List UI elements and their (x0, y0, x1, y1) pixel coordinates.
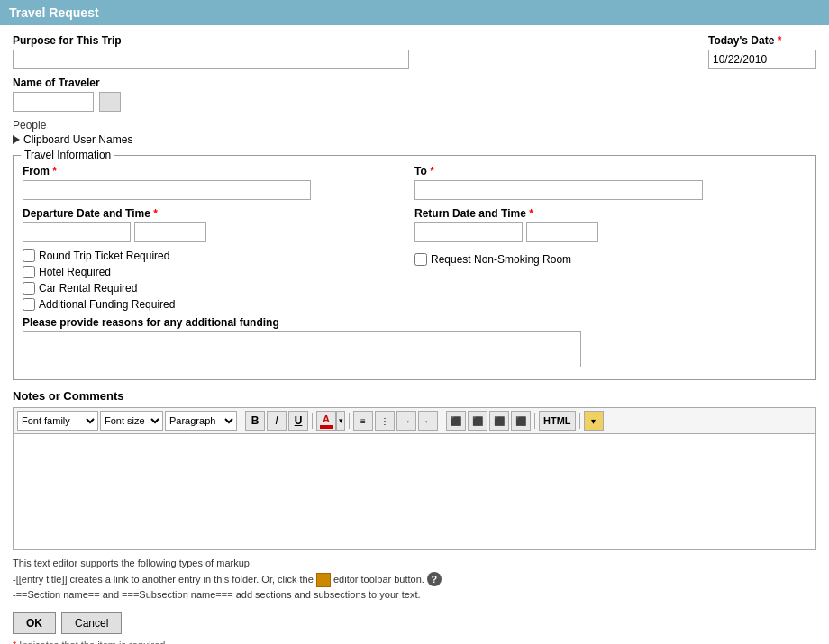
align-left-button[interactable]: ⬛ (446, 411, 466, 431)
required-note-text: Indicates that the item is required (19, 639, 165, 644)
round-trip-checkbox[interactable] (23, 249, 35, 262)
purpose-input[interactable] (13, 50, 409, 69)
travel-info-box: Travel Information From * To * (13, 155, 816, 380)
color-dropdown-arrow[interactable]: ▾ (336, 411, 345, 431)
additional-funding-item: Additional Funding Required (23, 298, 414, 311)
return-label: Return Date and Time * (414, 207, 806, 220)
checkboxes-left: Round Trip Ticket Required Hotel Require… (23, 249, 414, 311)
editor-toolbar: Font family Arial Times New Roman Courie… (13, 407, 816, 433)
required-note: * Indicates that the item is required (13, 639, 816, 644)
separator-4 (442, 413, 442, 429)
clipboard-section[interactable]: Clipboard User Names (13, 133, 816, 146)
expand-toolbar-button[interactable]: ▾ (584, 411, 604, 431)
additional-funding-label: Additional Funding Required (39, 298, 175, 311)
page-container: Travel Request Purpose for This Trip Tod… (0, 0, 829, 644)
unordered-list-button[interactable]: ≡ (353, 411, 373, 431)
html-button[interactable]: HTML (539, 411, 576, 431)
italic-button[interactable]: I (267, 411, 287, 431)
car-rental-item: Car Rental Required (23, 282, 414, 295)
color-a-icon: A (323, 413, 330, 424)
departure-time-input[interactable] (134, 222, 206, 242)
to-label: To * (414, 165, 806, 177)
round-trip-item: Round Trip Ticket Required (23, 249, 414, 262)
markup-info-line3: -==Section name== and ===Subsection name… (13, 587, 816, 603)
paragraph-select[interactable]: Paragraph Heading 1Heading 2Heading 3 (165, 411, 237, 431)
font-family-select[interactable]: Font family Arial Times New Roman Courie… (17, 411, 98, 431)
hotel-label: Hotel Required (39, 266, 111, 278)
underline-button[interactable]: U (288, 411, 308, 431)
return-inputs (414, 222, 806, 242)
traveler-group: Name of Traveler (13, 77, 816, 115)
required-star: * (13, 639, 16, 644)
notes-label: Notes or Comments (13, 389, 816, 403)
ordered-list-button[interactable]: ⋮ (375, 411, 395, 431)
markup-info: This text editor supports the following … (13, 556, 816, 603)
to-input[interactable] (414, 180, 703, 200)
departure-label: Departure Date and Time * (23, 207, 414, 220)
from-input[interactable] (23, 180, 311, 200)
from-label: From * (23, 165, 414, 177)
car-rental-label: Car Rental Required (39, 282, 137, 295)
todays-date-label: Today's Date * (708, 34, 816, 47)
clipboard-label: Clipboard User Names (23, 133, 132, 146)
indent-button[interactable]: → (396, 411, 416, 431)
date-time-row: Departure Date and Time * Return Date an… (23, 207, 806, 242)
link-icon (316, 573, 331, 587)
cancel-button[interactable]: Cancel (61, 612, 122, 634)
departure-date-input[interactable] (23, 222, 131, 242)
ok-button[interactable]: OK (13, 612, 56, 634)
separator-6 (579, 413, 580, 429)
additional-funding-area: Please provide reasons for any additiona… (23, 316, 806, 370)
non-smoking-label: Request Non-Smoking Room (431, 253, 571, 266)
departure-inputs (23, 222, 414, 242)
triangle-icon (13, 135, 20, 144)
help-icon[interactable]: ? (427, 572, 442, 586)
people-label: People (13, 119, 816, 132)
round-trip-label: Round Trip Ticket Required (39, 249, 169, 262)
car-rental-checkbox[interactable] (23, 282, 35, 295)
purpose-label: Purpose for This Trip (13, 34, 672, 47)
traveler-row (13, 92, 816, 112)
outdent-button[interactable]: ← (418, 411, 438, 431)
form-body: Purpose for This Trip Today's Date * Nam… (0, 25, 829, 644)
color-button-group: A ▾ (316, 411, 345, 431)
align-justify-button[interactable]: ⬛ (511, 411, 531, 431)
return-group: Return Date and Time * (414, 207, 806, 242)
return-date-input[interactable] (414, 222, 523, 242)
travel-info-legend: Travel Information (21, 149, 114, 161)
purpose-row: Purpose for This Trip Today's Date * (13, 34, 816, 69)
checkboxes-right: Request Non-Smoking Room (414, 249, 806, 311)
align-right-button[interactable]: ⬛ (489, 411, 509, 431)
hotel-item: Hotel Required (23, 266, 414, 278)
separator-1 (241, 413, 241, 429)
separator-2 (312, 413, 313, 429)
font-color-button[interactable]: A (316, 411, 336, 431)
purpose-group: Purpose for This Trip (13, 34, 672, 69)
non-smoking-checkbox[interactable] (414, 253, 427, 266)
additional-funding-checkbox[interactable] (23, 298, 35, 311)
hotel-checkbox[interactable] (23, 266, 35, 278)
return-time-input[interactable] (526, 222, 598, 242)
from-to-row: From * To * (23, 165, 806, 200)
non-smoking-item: Request Non-Smoking Room (414, 253, 571, 266)
markup-info-line1: This text editor supports the following … (13, 556, 816, 572)
funding-reason-label: Please provide reasons for any additiona… (23, 316, 806, 329)
departure-group: Departure Date and Time * (23, 207, 414, 242)
separator-3 (349, 413, 350, 429)
checkboxes-row: Round Trip Ticket Required Hotel Require… (23, 249, 806, 311)
font-size-select[interactable]: Font size 8101214 (100, 411, 163, 431)
editor-area[interactable] (13, 433, 816, 550)
notes-section: Notes or Comments Font family Arial Time… (13, 389, 816, 550)
traveler-label: Name of Traveler (13, 77, 816, 89)
buttons-row: OK Cancel (13, 612, 816, 634)
traveler-input[interactable] (13, 92, 94, 112)
funding-reason-textarea[interactable] (23, 331, 581, 367)
todays-date-group: Today's Date * (708, 34, 816, 69)
markup-info-line2: -[[entry title]] creates a link to anoth… (13, 572, 816, 588)
todays-date-input[interactable] (708, 50, 816, 69)
to-group: To * (414, 165, 806, 200)
align-center-button[interactable]: ⬛ (468, 411, 487, 431)
bold-button[interactable]: B (245, 411, 265, 431)
traveler-picker-button[interactable] (99, 92, 121, 112)
color-bar-icon (320, 425, 333, 429)
